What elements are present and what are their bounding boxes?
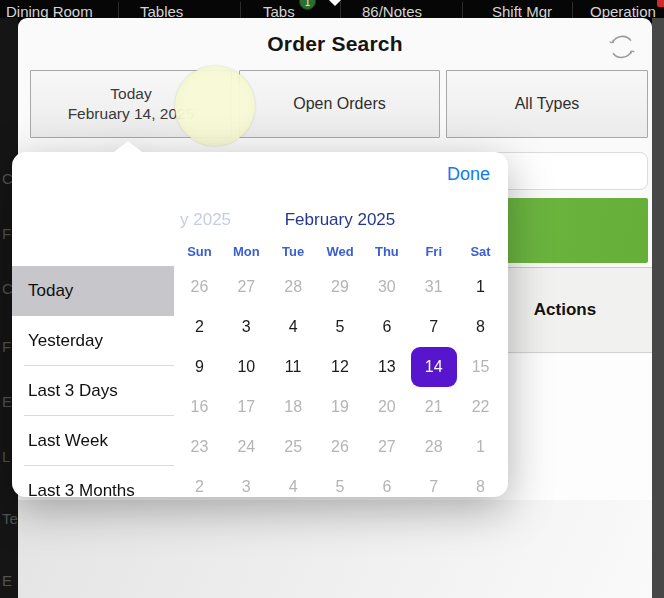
calendar-day: 27 <box>363 427 410 467</box>
calendar-day: 29 <box>317 267 364 307</box>
nav-separator <box>340 2 341 18</box>
calendar-day[interactable]: 9 <box>176 347 223 387</box>
calendar-day[interactable]: 6 <box>363 307 410 347</box>
background-text-fragment: L <box>2 448 10 465</box>
calendar-day[interactable]: 7 <box>410 307 457 347</box>
calendar-day: 15 <box>457 347 504 387</box>
weekday-label: Sat <box>457 242 504 262</box>
calendar-day[interactable]: 11 <box>270 347 317 387</box>
calendar-day: 28 <box>410 427 457 467</box>
calendar-day: 28 <box>270 267 317 307</box>
calendar-day: 30 <box>363 267 410 307</box>
nav-item-86-notes[interactable]: 86/Notes <box>362 3 422 18</box>
background-text-fragment: E <box>2 393 12 410</box>
nav-item-shift-mgr[interactable]: Shift Mgr <box>492 3 552 18</box>
calendar-day: 5 <box>317 467 364 497</box>
calendar-day[interactable]: 2 <box>176 307 223 347</box>
popover-body: Done TodayYesterdayLast 3 DaysLast WeekL… <box>12 152 508 497</box>
calendar-day: 19 <box>317 387 364 427</box>
calendar-day: 25 <box>270 427 317 467</box>
date-range-line1: Today <box>110 84 151 104</box>
order-status-button[interactable]: Open Orders <box>239 70 440 138</box>
calendar-day: 17 <box>223 387 270 427</box>
nav-separator <box>572 2 573 18</box>
month-label: February 2025 <box>172 210 508 229</box>
calendar: y 2025 February 2025 SunMonTueWedThuFriS… <box>172 152 508 497</box>
weekday-label: Fri <box>410 242 457 262</box>
preset-last-3-days[interactable]: Last 3 Days <box>12 366 174 416</box>
date-picker-popover: Done TodayYesterdayLast 3 DaysLast WeekL… <box>12 152 508 497</box>
nav-separator <box>462 2 463 18</box>
background-text-fragment: F <box>2 338 11 355</box>
nav-separator <box>240 2 241 18</box>
calendar-day[interactable]: 12 <box>317 347 364 387</box>
calendar-day: 2 <box>176 467 223 497</box>
weekday-label: Mon <box>223 242 270 262</box>
nav-separator <box>118 2 119 18</box>
calendar-day[interactable]: 10 <box>223 347 270 387</box>
dialog-title: Order Search <box>18 32 652 56</box>
weekday-label: Sun <box>176 242 223 262</box>
calendar-day-grid: 2627282930311234567891011121314151617181… <box>176 267 504 497</box>
calendar-day: 3 <box>223 467 270 497</box>
corner-notification-badge <box>657 0 664 7</box>
calendar-day: 22 <box>457 387 504 427</box>
order-type-button[interactable]: All Types <box>446 70 648 138</box>
calendar-day: 26 <box>317 427 364 467</box>
calendar-day: 27 <box>223 267 270 307</box>
nav-item-operation[interactable]: Operation <box>590 3 656 18</box>
calendar-day: 23 <box>176 427 223 467</box>
calendar-day: 7 <box>410 467 457 497</box>
calendar-day-selected[interactable]: 14 <box>411 347 457 387</box>
calendar-day: 6 <box>363 467 410 497</box>
calendar-day[interactable]: 1 <box>457 267 504 307</box>
actions-header: Actions <box>488 268 642 352</box>
calendar-day: 18 <box>270 387 317 427</box>
background-text-fragment: Te <box>2 510 18 527</box>
calendar-day[interactable]: 13 <box>363 347 410 387</box>
calendar-day[interactable]: 8 <box>457 307 504 347</box>
calendar-day[interactable]: 5 <box>317 307 364 347</box>
calendar-day: 8 <box>457 467 504 497</box>
weekday-label: Tue <box>270 242 317 262</box>
preset-last-week[interactable]: Last Week <box>12 416 174 466</box>
refresh-icon[interactable] <box>604 28 640 64</box>
background-text-fragment: F <box>2 225 11 242</box>
preset-last-3-months[interactable]: Last 3 Months <box>12 466 174 497</box>
weekday-header-row: SunMonTueWedThuFriSat <box>176 242 504 262</box>
preset-today[interactable]: Today <box>12 266 174 316</box>
background-text-fragment: E <box>2 572 12 589</box>
calendar-day[interactable]: 4 <box>270 307 317 347</box>
calendar-day: 26 <box>176 267 223 307</box>
dimmed-background-right <box>652 18 664 598</box>
calendar-day: 4 <box>270 467 317 497</box>
calendar-day: 1 <box>457 427 504 467</box>
popover-arrow <box>114 141 142 152</box>
nav-item-tables[interactable]: Tables <box>140 3 183 18</box>
weekday-label: Wed <box>317 242 364 262</box>
calendar-day: 24 <box>223 427 270 467</box>
calendar-day: 31 <box>410 267 457 307</box>
nav-item-dining-room[interactable]: Dining Room <box>6 3 93 18</box>
tabs-count-badge: 1 <box>299 0 316 10</box>
dialog-lower-area <box>18 500 652 598</box>
calendar-day[interactable]: 3 <box>223 307 270 347</box>
calendar-day: 16 <box>176 387 223 427</box>
date-preset-list: TodayYesterdayLast 3 DaysLast WeekLast 3… <box>12 266 174 497</box>
nav-item-tabs[interactable]: Tabs <box>263 3 295 18</box>
calendar-day: 20 <box>363 387 410 427</box>
weekday-label: Thu <box>363 242 410 262</box>
top-nav-bar: Dining RoomTablesTabs86/NotesShift MgrOp… <box>0 0 664 18</box>
touch-indicator <box>175 66 255 146</box>
calendar-day: 21 <box>410 387 457 427</box>
preset-yesterday[interactable]: Yesterday <box>12 316 174 366</box>
